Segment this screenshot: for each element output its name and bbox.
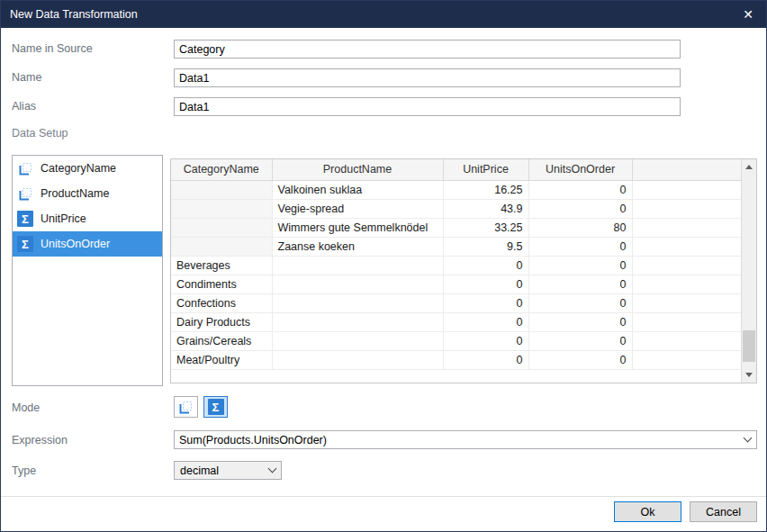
cancel-button[interactable]: Cancel	[690, 501, 757, 522]
grid-cell: 16.25	[443, 180, 528, 199]
grid-cell: 0	[528, 180, 632, 199]
type-dropdown[interactable]: decimal	[174, 461, 282, 480]
grid-cell	[272, 312, 443, 331]
table-row[interactable]: Grains/Cereals00	[171, 331, 743, 350]
grid-cell: 0	[528, 199, 632, 218]
table-row[interactable]: Wimmers gute Semmelknödel33.2580	[171, 218, 743, 237]
grid-cell: 0	[443, 256, 528, 275]
grid-cell	[272, 350, 443, 369]
vertical-scrollbar[interactable]	[741, 159, 756, 383]
grid-cell-filler	[632, 237, 743, 256]
grid-cell	[171, 237, 272, 256]
table-row[interactable]: Valkoinen suklaa16.250	[171, 180, 743, 199]
grid-body: Valkoinen suklaa16.250Vegie-spread43.90W…	[171, 180, 743, 369]
mode-dimension-button[interactable]	[174, 396, 198, 418]
mode-sum-button[interactable]: Σ	[203, 396, 228, 418]
grid-cell-filler	[632, 293, 743, 312]
type-dropdown-value: decimal	[180, 464, 269, 477]
column-header-unitsonorder[interactable]: UnitsOnOrder	[528, 159, 632, 180]
scroll-down-button[interactable]	[742, 367, 756, 383]
ok-button[interactable]: Ok	[614, 501, 681, 522]
field-name-label: UnitPrice	[41, 212, 86, 225]
field-name-label: ProductName	[41, 187, 109, 200]
grid-cell: 0	[528, 237, 632, 256]
alias-input[interactable]	[174, 97, 681, 116]
column-header-categoryname[interactable]: CategoryName	[171, 159, 272, 180]
dimension-icon	[17, 185, 33, 202]
grid-cell	[171, 218, 272, 237]
table-row[interactable]: Meat/Poultry00	[171, 350, 743, 369]
grid-cell: 0	[528, 312, 632, 331]
grid-cell: Beverages	[171, 256, 272, 275]
table-row[interactable]: Beverages00	[171, 256, 743, 275]
sigma-icon: Σ	[17, 236, 33, 252]
column-header-filler	[632, 159, 743, 180]
table-row[interactable]: Vegie-spread43.90	[171, 199, 743, 218]
grid-cell: Condiments	[171, 275, 272, 293]
grid-cell: 0	[443, 331, 528, 350]
grid-cell: Confections	[171, 293, 272, 312]
grid-cell: 80	[528, 218, 632, 237]
grid-cell: 0	[528, 275, 632, 293]
name-in-source-label: Name in Source	[12, 42, 93, 55]
field-list-item-unitprice[interactable]: ΣUnitPrice	[13, 206, 162, 231]
field-list-item-productname[interactable]: ProductName	[13, 181, 162, 206]
grid-cell: Meat/Poultry	[171, 350, 272, 369]
mode-buttons: Σ	[174, 396, 228, 418]
chevron-down-icon	[268, 464, 277, 473]
scroll-up-button[interactable]	[742, 159, 756, 175]
dimension-icon	[17, 160, 33, 176]
grid-cell	[272, 256, 443, 275]
new-data-transformation-dialog: New Data Transformation ✕ Name in Source…	[0, 0, 767, 532]
grid-cell	[272, 293, 443, 312]
dimension-icon	[178, 399, 194, 415]
grid-cell: 33.25	[443, 218, 528, 237]
column-header-productname[interactable]: ProductName	[272, 159, 443, 180]
name-input[interactable]	[174, 68, 681, 87]
grid-cell: 0	[443, 312, 528, 331]
grid-cell	[171, 199, 272, 218]
table-row[interactable]: Zaanse koeken9.50	[171, 237, 743, 256]
table-row[interactable]: Confections00	[171, 293, 743, 312]
grid-cell: Grains/Cereals	[171, 331, 272, 350]
triangle-down-icon	[745, 373, 753, 377]
grid-cell	[171, 180, 272, 199]
chevron-down-icon	[744, 434, 753, 443]
grid-cell: 43.9	[443, 199, 528, 218]
grid-cell: 0	[443, 293, 528, 312]
grid-cell-filler	[632, 199, 743, 218]
field-name-label: CategoryName	[41, 162, 116, 175]
grid-cell-filler	[632, 180, 743, 199]
expression-dropdown-button[interactable]	[739, 431, 756, 448]
grid-cell: 0	[528, 350, 632, 369]
data-setup-title: Data Setup	[12, 127, 68, 140]
field-list-item-categoryname[interactable]: CategoryName	[13, 156, 162, 181]
expression-label: Expression	[12, 434, 68, 446]
grid-cell: 0	[443, 350, 528, 369]
name-in-source-input[interactable]	[174, 40, 681, 59]
grid-cell: 9.5	[443, 237, 528, 256]
scrollbar-thumb[interactable]	[743, 330, 755, 362]
field-list: CategoryNameProductNameΣUnitPriceΣUnitsO…	[12, 155, 163, 386]
grid-cell-filler	[632, 275, 743, 293]
field-list-item-unitsonorder[interactable]: ΣUnitsOnOrder	[13, 231, 162, 257]
column-header-unitprice[interactable]: UnitPrice	[443, 159, 528, 180]
footer-separator	[1, 496, 766, 497]
grid-header-row: CategoryNameProductNameUnitPriceUnitsOnO…	[171, 159, 743, 180]
grid-cell-filler	[632, 312, 743, 331]
expression-input[interactable]	[175, 431, 756, 448]
grid-cell-filler	[632, 331, 743, 350]
grid-cell-filler	[632, 350, 743, 369]
preview-grid: CategoryNameProductNameUnitPriceUnitsOnO…	[170, 158, 757, 383]
sigma-icon: Σ	[17, 211, 33, 227]
name-label: Name	[12, 71, 41, 84]
grid-cell	[272, 331, 443, 350]
table-row[interactable]: Dairy Products00	[171, 312, 743, 331]
grid-cell: 0	[528, 293, 632, 312]
close-icon[interactable]: ✕	[739, 7, 757, 22]
grid-cell: 0	[528, 256, 632, 275]
alias-label: Alias	[12, 100, 36, 113]
table-row[interactable]: Condiments00	[171, 275, 743, 293]
grid-cell: 0	[443, 275, 528, 293]
titlebar[interactable]: New Data Transformation ✕	[1, 1, 766, 28]
